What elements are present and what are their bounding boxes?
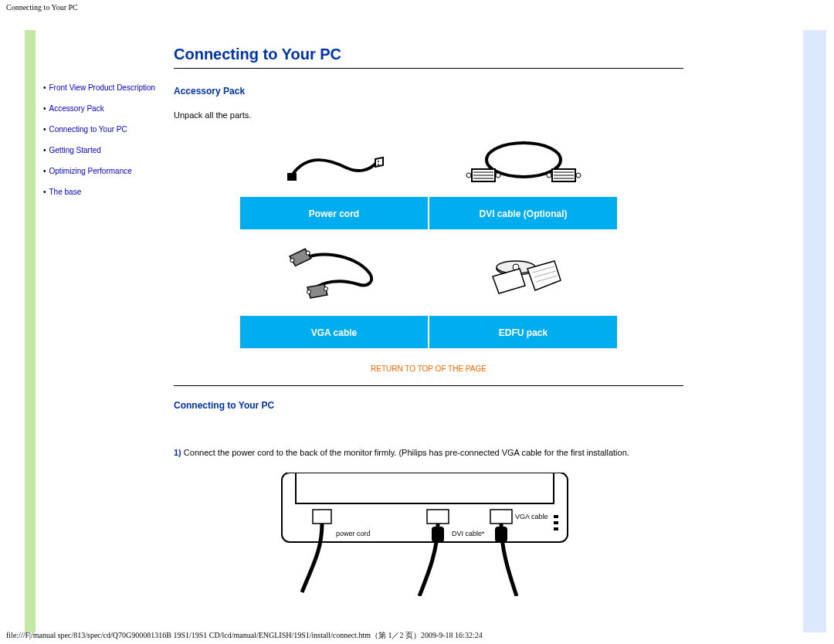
connecting-heading: Connecting to Your PC [174, 400, 683, 411]
sidebar-item-connecting[interactable]: •Connecting to Your PC [43, 124, 167, 134]
sidebar-item-label: Connecting to Your PC [49, 125, 127, 134]
svg-point-14 [547, 173, 551, 178]
svg-rect-0 [287, 173, 297, 181]
svg-point-9 [496, 173, 500, 178]
svg-text:power cord: power cord [336, 530, 371, 537]
svg-rect-29 [427, 510, 449, 524]
svg-rect-30 [490, 510, 512, 524]
svg-text:DVI cable*: DVI cable* [452, 530, 485, 537]
svg-rect-28 [313, 510, 331, 524]
sidebar-nav: •Front View Product Description •Accesso… [43, 83, 167, 208]
return-top-link[interactable]: RETURN TO TOP OF THE PAGE [174, 364, 683, 373]
window-title: Connecting to Your PC [0, 0, 834, 15]
svg-point-3 [486, 143, 561, 177]
dvi-cable-image [429, 130, 618, 196]
sidebar-item-the-base[interactable]: •The base [43, 187, 167, 197]
svg-point-15 [576, 173, 581, 178]
svg-rect-38 [554, 527, 558, 530]
dvi-cable-label: DVI cable (Optional) [429, 196, 618, 230]
monitor-illustration: power cord DVI cable* VGA cable [174, 468, 683, 596]
svg-text:VGA cable: VGA cable [515, 513, 548, 520]
sidebar-item-label: Front View Product Description [49, 83, 156, 92]
left-accent-bar [25, 30, 36, 632]
divider [174, 385, 683, 386]
right-accent-bar [803, 30, 826, 632]
svg-rect-36 [554, 515, 558, 518]
sidebar-item-label: The base [49, 188, 82, 196]
sidebar-item-front-view[interactable]: •Front View Product Description [43, 83, 167, 93]
footer-path: file:///F|/manual spec/813/spec/cd/Q70G9… [6, 630, 483, 641]
sidebar-item-label: Accessory Pack [49, 104, 104, 113]
step-number: 1) [174, 448, 181, 457]
power-cord-label: Power cord [239, 196, 429, 230]
svg-point-1 [378, 161, 379, 162]
vga-cable-image [239, 230, 429, 315]
svg-rect-31 [432, 527, 444, 542]
edfu-pack-label: EDFU pack [429, 315, 618, 349]
sidebar-item-optimizing[interactable]: •Optimizing Performance [43, 166, 167, 176]
parts-grid: Power cord DVI cable (Optional) [239, 130, 618, 349]
svg-point-8 [466, 173, 471, 178]
unpack-text: Unpack all the parts. [174, 110, 683, 120]
svg-rect-37 [554, 521, 558, 524]
sidebar-item-accessory-pack[interactable]: •Accessory Pack [43, 103, 167, 114]
edfu-pack-image [429, 230, 618, 315]
sidebar-item-label: Getting Started [49, 146, 101, 154]
sidebar-item-label: Optimizing Performance [49, 167, 132, 175]
divider [174, 68, 683, 69]
svg-rect-32 [495, 527, 507, 542]
sidebar-item-getting-started[interactable]: •Getting Started [43, 145, 167, 155]
svg-rect-27 [296, 473, 554, 503]
step-body: Connect the power cord to the back of th… [181, 448, 629, 457]
main-content: Connecting to Your PC Accessory Pack Unp… [174, 46, 683, 596]
step-1-text: 1) Connect the power cord to the back of… [174, 448, 683, 457]
svg-point-2 [378, 164, 379, 165]
power-cord-image [239, 130, 429, 196]
page-title: Connecting to Your PC [174, 46, 683, 63]
svg-point-18 [307, 290, 310, 294]
vga-cable-label: VGA cable [239, 315, 429, 349]
accessory-heading: Accessory Pack [174, 86, 683, 97]
svg-point-19 [324, 287, 327, 291]
